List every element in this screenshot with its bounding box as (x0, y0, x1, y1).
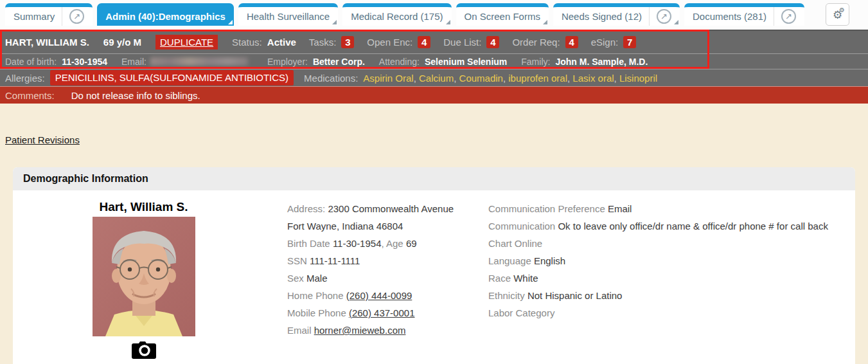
ssn-row: SSN 111-11-1111 (287, 252, 475, 269)
status-label: Status: (232, 37, 262, 48)
esign-label: eSign: (591, 37, 619, 48)
tab-documents[interactable]: Documents (281) ↗ (684, 3, 804, 26)
address-line2: Fort Wayne, Indiana 46804 (287, 221, 403, 232)
tasks-label: Tasks: (309, 37, 337, 48)
ssn-value: 111-11-1111 (310, 255, 360, 266)
patient-display-name: Hart, William S. (99, 200, 188, 214)
patient-photo-column: Hart, William S. (13, 200, 274, 359)
age-label: , Age (382, 238, 403, 249)
patient-revisions-link[interactable]: Patient Revisions (5, 134, 80, 145)
address-row: Address: 2300 Commonwealth Avenue Fort W… (287, 200, 475, 235)
attending-value: Selenium Selenium (425, 57, 507, 67)
pref-row-communication: Communication Ok to leave only office/dr… (488, 217, 855, 235)
patient-age-sex: 69 y/o M (103, 37, 141, 48)
email-link[interactable]: horner@mieweb.com (314, 325, 406, 336)
home-phone-label: Home Phone (287, 290, 344, 301)
camera-icon (132, 340, 156, 359)
status-value: Active (267, 37, 296, 48)
family-label: Family: (521, 57, 550, 67)
tab-needs-signed-label: Needs Signed (12) (562, 11, 642, 22)
summary-external-section[interactable]: ↗ (62, 7, 84, 26)
duplicate-badge[interactable]: DUPLICATE (155, 35, 218, 50)
birth-date-label: Birth Date (287, 238, 330, 249)
camera-button[interactable] (132, 340, 156, 359)
sex-label: Sex (287, 273, 304, 284)
allergies-badge[interactable]: PENICILLINS, SULFA(SULFONAMIDE ANTIBIOTI… (50, 70, 294, 86)
pref-label: Race (488, 273, 511, 284)
due-list-count-badge[interactable]: 4 (486, 36, 499, 48)
tab-summary[interactable]: Summary ↗ (5, 3, 93, 26)
tab-summary-label: Summary (13, 11, 55, 22)
comments-text: Do not release info to siblings. (71, 90, 200, 101)
needs-signed-external-section[interactable]: ↗ (649, 7, 671, 26)
settings-button[interactable]: ⚙ ⚙ (826, 3, 849, 26)
sex-row: Sex Male (287, 269, 475, 287)
email-redacted-value (150, 57, 248, 66)
pref-row-race: Race White (488, 269, 855, 287)
chart-tab-bar: Summary ↗ Admin (40):Demographics Health… (0, 0, 868, 30)
medication-separator: , (614, 73, 619, 84)
patient-header-row1: HART, WILLIAM S. 69 y/o M DUPLICATE Stat… (0, 30, 868, 53)
birth-date-row: Birth Date 11-30-1954, Age 69 (287, 235, 475, 252)
open-enc-label: Open Enc: (367, 37, 412, 48)
mobile-phone-label: Mobile Phone (287, 307, 346, 318)
allergies-label: Allergies: (5, 73, 45, 84)
attending-label: Attending: (379, 57, 420, 67)
external-link-icon: ↗ (657, 9, 671, 24)
open-enc-count-badge[interactable]: 4 (418, 36, 430, 48)
pref-value: Ok to leave only office/dr name & office… (558, 221, 828, 232)
pref-label: Language (488, 255, 531, 266)
sex-value: Male (306, 273, 328, 284)
pref-value: White (513, 273, 538, 284)
medication-link[interactable]: Calcium (419, 73, 454, 84)
medication-link[interactable]: Lisinopril (619, 73, 657, 84)
tasks-count-badge[interactable]: 3 (341, 36, 354, 48)
counter-open-enc: Open Enc: 4 (367, 36, 430, 48)
medication-link[interactable]: Aspirin Oral (363, 73, 413, 84)
esign-count-badge[interactable]: 7 (623, 36, 636, 48)
pref-value: English (534, 255, 565, 266)
medication-link[interactable]: Lasix oral (572, 73, 614, 84)
comments-label: Comments: (5, 90, 55, 101)
email-row: Email horner@mieweb.com (287, 322, 475, 339)
tab-admin-demographics[interactable]: Admin (40):Demographics (97, 3, 234, 26)
pref-row-chart-online: Chart Online (488, 235, 855, 252)
medication-separator: , (414, 73, 419, 84)
age-value: 69 (406, 238, 417, 249)
page-content: Patient Revisions Demographic Informatio… (0, 104, 868, 364)
address-line1: 2300 Commonwealth Avenue (328, 203, 454, 214)
tab-on-screen-forms[interactable]: On Screen Forms (456, 3, 549, 26)
external-link-icon: ↗ (69, 9, 84, 24)
pref-value: Not Hispanic or Latino (527, 290, 623, 301)
pref-row-communication-preference: Communication Preference Email (488, 200, 855, 217)
chevron-down-icon (228, 20, 233, 24)
tab-on-screen-forms-label: On Screen Forms (465, 11, 540, 22)
due-list-label: Due List: (443, 37, 481, 48)
demographic-card-body: Hart, William S. (13, 190, 855, 359)
medication-separator: , (454, 73, 459, 84)
employer-value: Better Corp. (313, 57, 365, 67)
tab-needs-signed[interactable]: Needs Signed (12) ↗ (553, 3, 680, 26)
tab-medical-record[interactable]: Medical Record (175) (342, 3, 451, 26)
medication-link[interactable]: Coumadin (459, 73, 503, 84)
home-phone-row: Home Phone (260) 444-0099 (287, 287, 475, 304)
dob-value: 11-30-1954 (62, 57, 107, 67)
ssn-label: SSN (287, 255, 307, 266)
tab-health-surveillance[interactable]: Health Surveillance (238, 3, 338, 26)
birth-date-value: 11-30-1954 (333, 238, 382, 249)
patient-photo[interactable] (93, 217, 195, 336)
pref-label: Communication (488, 221, 555, 232)
order-req-count-badge[interactable]: 4 (565, 36, 578, 48)
counter-tasks: Tasks: 3 (309, 36, 355, 48)
medication-link[interactable]: ibuprofen oral (508, 73, 567, 84)
gears-icon: ⚙ (839, 6, 845, 14)
home-phone-link[interactable]: (260) 444-0099 (346, 290, 412, 301)
patient-header-row2: Date of birth: 11-30-1954 Email: Employe… (0, 53, 868, 69)
documents-external-section[interactable]: ↗ (774, 7, 796, 26)
pref-row-language: Language English (488, 252, 855, 269)
pref-label: Chart Online (488, 238, 542, 249)
mobile-phone-link[interactable]: (260) 437-0001 (349, 307, 415, 318)
preferences-column: Communication Preference Email Communica… (488, 200, 855, 359)
family-value: John M. Sample, M.D. (555, 57, 648, 67)
email-label: Email: (121, 57, 146, 67)
